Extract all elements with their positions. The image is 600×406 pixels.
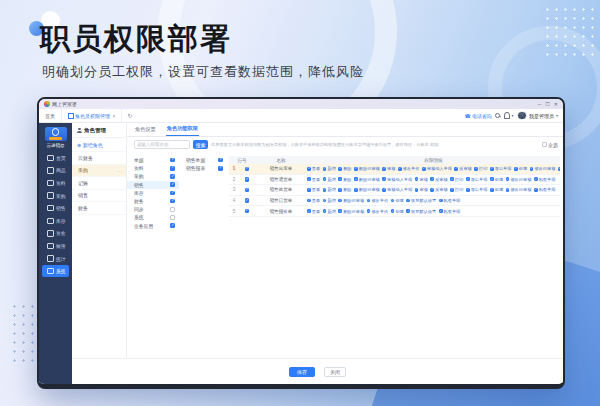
table-row[interactable]: 4 销售订货单 查看: [229, 196, 560, 207]
row-checkbox[interactable]: [245, 209, 250, 214]
permission-tag-checkbox[interactable]: [474, 167, 478, 171]
permission-tag-checkbox[interactable]: [439, 209, 443, 213]
sidebar-item[interactable]: 采购: [42, 189, 69, 202]
sidebar-item[interactable]: 库存: [42, 214, 69, 227]
permission-tag-checkbox[interactable]: [354, 177, 358, 181]
permission-tag-checkbox[interactable]: [367, 209, 371, 213]
table-row[interactable]: 1 销售出库单 查看: [229, 164, 560, 175]
permission-tag-checkbox[interactable]: [439, 199, 443, 203]
permission-tag-checkbox[interactable]: [307, 209, 311, 213]
permission-tag-checkbox[interactable]: [307, 199, 311, 203]
permission-tag-checkbox[interactable]: [490, 167, 494, 171]
tab-close-icon[interactable]: ×: [113, 113, 116, 119]
refresh-icon[interactable]: ↻: [127, 112, 132, 119]
tab-role-permission[interactable]: 角色及权限管理 ×: [62, 109, 122, 122]
module-checkbox[interactable]: [170, 191, 175, 196]
role-list-item[interactable]: 采购 …: [72, 165, 126, 178]
permission-tag-checkbox[interactable]: [534, 177, 538, 181]
select-all-checkbox[interactable]: [542, 142, 547, 147]
account-menu[interactable]: 我是管理员 ▾: [517, 111, 558, 121]
permission-tag-checkbox[interactable]: [430, 188, 434, 192]
module-checkbox[interactable]: [170, 223, 175, 228]
permission-tag-checkbox[interactable]: [367, 199, 371, 203]
table-row[interactable]: 2 销售退货单 查看: [229, 175, 560, 186]
permission-tag-checkbox[interactable]: [323, 167, 327, 171]
more-icon[interactable]: …: [117, 168, 122, 173]
permission-tag-checkbox[interactable]: [323, 177, 327, 181]
row-checkbox[interactable]: [245, 167, 250, 172]
module-checkbox[interactable]: [170, 207, 175, 212]
notifications-button[interactable]: ▾: [504, 112, 513, 119]
sidebar-item[interactable]: 商品: [42, 164, 69, 177]
module-checkbox[interactable]: [170, 166, 175, 171]
permission-tag-checkbox[interactable]: [454, 167, 458, 171]
permission-tag-checkbox[interactable]: [415, 188, 419, 192]
search-button[interactable]: 搜索: [193, 140, 208, 149]
permission-tag-checkbox[interactable]: [354, 188, 358, 192]
module-checkbox[interactable]: [170, 199, 175, 204]
close-icon[interactable]: ✕: [554, 102, 558, 107]
permission-tag-checkbox[interactable]: [323, 188, 327, 192]
module-row[interactable]: 业务应用: [127, 222, 179, 230]
module-checkbox[interactable]: [170, 182, 175, 187]
permission-search-input[interactable]: [134, 140, 190, 149]
permission-tag-checkbox[interactable]: [422, 167, 426, 171]
table-row[interactable]: 5 销售报价单 查看: [229, 206, 560, 217]
permission-tag-checkbox[interactable]: [307, 167, 311, 171]
sidebar-item[interactable]: 资料: [42, 177, 69, 190]
module-checkbox[interactable]: [170, 174, 175, 179]
permission-tag-checkbox[interactable]: [450, 177, 454, 181]
permission-tag-checkbox[interactable]: [338, 177, 342, 181]
sidebar-item[interactable]: 系统: [42, 265, 69, 278]
permission-tag-checkbox[interactable]: [398, 167, 402, 171]
permission-tag-checkbox[interactable]: [323, 209, 327, 213]
maximize-icon[interactable]: ☐: [545, 102, 549, 107]
sidebar-item[interactable]: 资金: [42, 227, 69, 240]
permission-tag-checkbox[interactable]: [338, 209, 342, 213]
permission-tag-checkbox[interactable]: [382, 177, 386, 181]
table-row[interactable]: 3 销售换货单 查看: [229, 185, 560, 196]
module-row[interactable]: 同步: [127, 205, 179, 213]
module-row[interactable]: 销售: [127, 181, 179, 189]
row-checkbox[interactable]: [245, 188, 250, 193]
subcategory-row[interactable]: 销售单据: [179, 156, 227, 164]
tab-home[interactable]: 首页: [39, 109, 62, 122]
module-row[interactable]: 系统: [127, 213, 179, 221]
permission-tag-checkbox[interactable]: [338, 199, 342, 203]
role-list-item[interactable]: 记账 …: [72, 177, 126, 190]
search-icon[interactable]: [495, 113, 500, 118]
module-row[interactable]: 财务: [127, 197, 179, 205]
permission-tag-checkbox[interactable]: [338, 188, 342, 192]
subcategory-checkbox[interactable]: [218, 158, 223, 163]
permission-tag-checkbox[interactable]: [391, 199, 395, 203]
permission-tag-checkbox[interactable]: [354, 167, 358, 171]
permission-tag-checkbox[interactable]: [450, 188, 454, 192]
phone-support-button[interactable]: ☎ 电话咨询: [465, 113, 492, 119]
role-list-item[interactable]: 云财务 …: [72, 152, 126, 165]
module-checkbox[interactable]: [170, 158, 175, 163]
tab-role-settings[interactable]: 角色设置: [134, 126, 157, 136]
module-row[interactable]: 库存: [127, 189, 179, 197]
permission-tag-checkbox[interactable]: [307, 177, 311, 181]
subcategory-checkbox[interactable]: [218, 166, 223, 171]
sidebar-item[interactable]: 统计: [42, 252, 69, 265]
module-row[interactable]: 资料: [127, 164, 179, 172]
sidebar-item[interactable]: 首页: [42, 152, 69, 165]
permission-tag-checkbox[interactable]: [490, 188, 494, 192]
module-row[interactable]: 采购: [127, 172, 179, 180]
close-button[interactable]: 关闭: [324, 367, 346, 377]
sidebar-item[interactable]: 账簿: [42, 240, 69, 253]
row-checkbox[interactable]: [245, 177, 250, 182]
sidebar-item[interactable]: 销售: [42, 202, 69, 215]
save-button[interactable]: 保存: [289, 367, 315, 377]
role-list-item[interactable]: 销售 …: [72, 190, 126, 203]
permission-tag-checkbox[interactable]: [506, 177, 510, 181]
permission-tag-checkbox[interactable]: [391, 209, 395, 213]
add-role-button[interactable]: ⊕ 新增角色: [72, 138, 126, 152]
minimize-icon[interactable]: ─: [538, 102, 542, 107]
permission-tag-checkbox[interactable]: [514, 167, 518, 171]
permission-tag-checkbox[interactable]: [382, 188, 386, 192]
permission-tag-checkbox[interactable]: [558, 167, 560, 171]
tab-role-function-permissions[interactable]: 角色功能权限: [166, 125, 199, 136]
permission-tag-checkbox[interactable]: [466, 177, 470, 181]
